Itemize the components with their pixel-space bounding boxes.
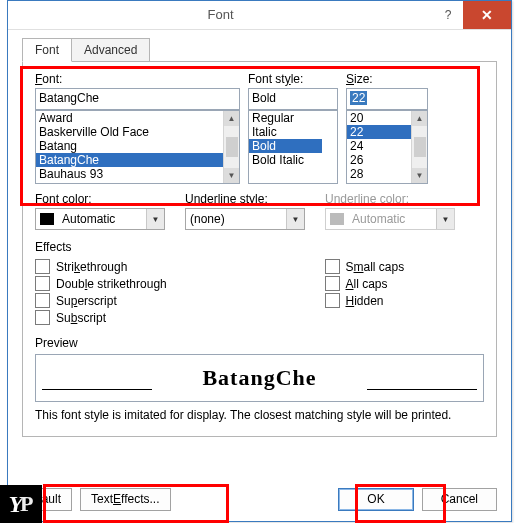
checkbox-all-caps[interactable]: All caps bbox=[325, 275, 485, 292]
checkbox-double-strikethrough[interactable]: Double strikethrough bbox=[35, 275, 195, 292]
list-item[interactable]: Bold bbox=[249, 139, 322, 153]
checkbox-icon bbox=[35, 276, 50, 291]
font-listbox[interactable]: Award Baskerville Old Face Batang Batang… bbox=[35, 110, 240, 184]
chevron-down-icon[interactable]: ▼ bbox=[286, 209, 304, 229]
font-dialog: Font ? ✕ Font Advanced Font: BatangChe bbox=[7, 0, 512, 522]
titlebar: Font ? ✕ bbox=[8, 1, 511, 30]
watermark-badge: Y P bbox=[0, 485, 42, 523]
size-input[interactable]: 22 bbox=[346, 88, 428, 110]
effects-grid: Strikethrough Double strikethrough Super… bbox=[35, 258, 484, 326]
font-label: Font: bbox=[35, 72, 240, 86]
scroll-thumb[interactable] bbox=[226, 137, 238, 157]
style-column: Font style: Bold Regular Italic Bold Bol… bbox=[248, 72, 338, 184]
size-listbox[interactable]: 20 22 24 26 28 ▲ ▼ bbox=[346, 110, 428, 184]
tab-advanced[interactable]: Advanced bbox=[71, 38, 150, 62]
checkbox-strikethrough[interactable]: Strikethrough bbox=[35, 258, 195, 275]
tabs: Font Advanced bbox=[22, 38, 511, 62]
tab-panel: Font: BatangChe Award Baskerville Old Fa… bbox=[22, 61, 497, 437]
scrollbar[interactable]: ▲ ▼ bbox=[223, 111, 239, 183]
font-input[interactable]: BatangChe bbox=[35, 88, 240, 110]
color-swatch-icon bbox=[330, 213, 344, 225]
chevron-down-icon[interactable]: ▼ bbox=[146, 209, 164, 229]
preview-title: Preview bbox=[35, 336, 484, 350]
underline-style-label: Underline style: bbox=[185, 192, 305, 206]
list-item[interactable]: 22 bbox=[347, 125, 412, 139]
checkbox-icon bbox=[35, 293, 50, 308]
style-label: Font style: bbox=[248, 72, 338, 86]
checkbox-icon bbox=[35, 310, 50, 325]
color-swatch-icon bbox=[40, 213, 54, 225]
scroll-down-icon[interactable]: ▼ bbox=[224, 168, 239, 183]
underline-style-dropdown[interactable]: (none) ▼ bbox=[185, 208, 305, 230]
effects-title: Effects bbox=[35, 240, 484, 254]
list-item[interactable]: 24 bbox=[347, 139, 412, 153]
size-column: Size: 22 20 22 24 26 28 ▲ bbox=[346, 72, 428, 184]
style-listbox[interactable]: Regular Italic Bold Bold Italic bbox=[248, 110, 338, 184]
checkbox-hidden[interactable]: Hidden bbox=[325, 292, 485, 309]
style-input[interactable]: Bold bbox=[248, 88, 338, 110]
underline-color-label: Underline color: bbox=[325, 192, 455, 206]
scroll-thumb[interactable] bbox=[414, 137, 426, 157]
list-item[interactable]: Baskerville Old Face bbox=[36, 125, 224, 139]
scroll-up-icon[interactable]: ▲ bbox=[224, 111, 239, 126]
font-color-dropdown[interactable]: Automatic ▼ bbox=[35, 208, 165, 230]
ok-button[interactable]: OK bbox=[338, 488, 413, 511]
dropdown-value: Automatic bbox=[58, 212, 146, 226]
list-item[interactable]: Bold Italic bbox=[249, 153, 322, 167]
pickers-row: Font: BatangChe Award Baskerville Old Fa… bbox=[35, 72, 484, 184]
close-button[interactable]: ✕ bbox=[463, 1, 511, 29]
cancel-button[interactable]: Cancel bbox=[422, 488, 497, 511]
checkbox-superscript[interactable]: Superscript bbox=[35, 292, 195, 309]
checkbox-icon bbox=[35, 259, 50, 274]
size-label: Size: bbox=[346, 72, 428, 86]
list-item[interactable]: 26 bbox=[347, 153, 412, 167]
font-column: Font: BatangChe Award Baskerville Old Fa… bbox=[35, 72, 240, 184]
preview-text: BatangChe bbox=[202, 365, 316, 391]
font-color-label: Font color: bbox=[35, 192, 165, 206]
title-text: Font bbox=[8, 1, 433, 29]
list-item[interactable]: Batang bbox=[36, 139, 224, 153]
help-button[interactable]: ? bbox=[433, 1, 463, 29]
dropdown-value: (none) bbox=[186, 212, 286, 226]
preview-note: This font style is imitated for display.… bbox=[35, 408, 484, 422]
footer: Default Text Effects... OK Cancel bbox=[8, 477, 511, 521]
list-item[interactable]: 28 bbox=[347, 167, 412, 181]
checkbox-icon bbox=[325, 293, 340, 308]
chevron-down-icon: ▼ bbox=[436, 209, 454, 229]
checkbox-icon bbox=[325, 259, 340, 274]
checkbox-icon bbox=[325, 276, 340, 291]
scrollbar[interactable]: ▲ ▼ bbox=[411, 111, 427, 183]
checkbox-small-caps[interactable]: Small caps bbox=[325, 258, 485, 275]
dropdown-value: Automatic bbox=[348, 212, 436, 226]
title-buttons: ? ✕ bbox=[433, 1, 511, 29]
checkbox-subscript[interactable]: Subscript bbox=[35, 309, 195, 326]
scroll-up-icon[interactable]: ▲ bbox=[412, 111, 427, 126]
list-item[interactable]: Bauhaus 93 bbox=[36, 167, 224, 181]
scroll-down-icon[interactable]: ▼ bbox=[412, 168, 427, 183]
preview-frame: BatangChe bbox=[35, 354, 484, 402]
list-item[interactable]: 20 bbox=[347, 111, 412, 125]
underline-color-dropdown: Automatic ▼ bbox=[325, 208, 455, 230]
list-item[interactable]: Award bbox=[36, 111, 224, 125]
list-item[interactable]: BatangChe bbox=[36, 153, 224, 167]
tab-font[interactable]: Font bbox=[22, 38, 72, 62]
text-effects-button[interactable]: Text Effects... bbox=[80, 488, 171, 511]
format-dropdowns-row: Font color: Automatic ▼ Underline style:… bbox=[35, 192, 484, 230]
list-item[interactable]: Italic bbox=[249, 125, 322, 139]
list-item[interactable]: Regular bbox=[249, 111, 322, 125]
